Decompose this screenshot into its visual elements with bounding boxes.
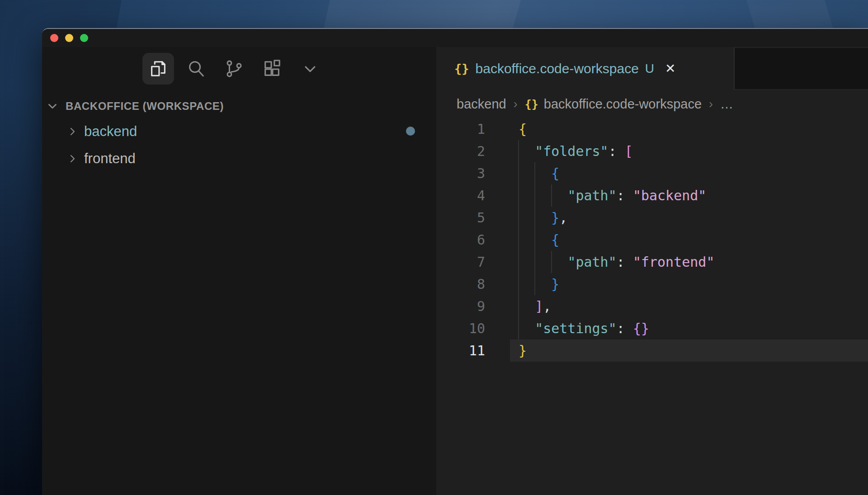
json-file-icon: {} — [525, 98, 538, 111]
sidebar: BACKOFFICE (WORKSPACE) backend — [42, 47, 436, 495]
code-line-7[interactable]: 7 "path": "frontend" — [436, 251, 868, 273]
code-line-text: } — [485, 343, 527, 358]
line-number: 5 — [436, 210, 485, 226]
line-number: 2 — [436, 143, 485, 159]
extensions-icon — [262, 58, 283, 79]
breadcrumb: backend › {} backoffice.code-workspace ›… — [436, 90, 868, 118]
line-number: 1 — [436, 121, 485, 137]
breadcrumb-item-file[interactable]: backoffice.code-workspace — [544, 97, 702, 112]
code-line-text: } — [485, 276, 559, 292]
code-line-text: { — [485, 121, 527, 137]
section-header-label: BACKOFFICE (WORKSPACE) — [66, 100, 224, 113]
code-lines: 1{2 "folders": [3 {4 "path": "backend"5 … — [436, 118, 868, 362]
activity-item-search[interactable] — [180, 53, 212, 85]
chevron-down-icon — [301, 60, 319, 78]
code-line-text: { — [485, 232, 559, 248]
breadcrumb-separator: › — [709, 97, 713, 111]
sidebar-section-header[interactable]: BACKOFFICE (WORKSPACE) — [42, 97, 436, 115]
git-branch-icon — [224, 58, 245, 79]
line-number: 7 — [436, 254, 485, 270]
tree-item-label: frontend — [84, 151, 136, 167]
code-line-8[interactable]: 8 } — [436, 273, 868, 295]
explorer-tree: backend frontend — [42, 118, 436, 172]
code-line-4[interactable]: 4 "path": "backend" — [436, 184, 868, 207]
chevron-right-icon — [67, 126, 78, 137]
chevron-right-icon — [67, 153, 78, 164]
editor-group: {} backoffice.code-workspace U ✕ backend… — [436, 47, 868, 495]
line-number: 11 — [436, 343, 485, 358]
line-number: 9 — [436, 298, 485, 314]
files-icon — [148, 58, 169, 79]
json-file-icon: {} — [454, 61, 469, 75]
line-number: 8 — [436, 276, 485, 292]
code-line-6[interactable]: 6 { — [436, 229, 868, 251]
tab-backoffice-code-workspace[interactable]: {} backoffice.code-workspace U ✕ — [436, 47, 734, 90]
code-line-2[interactable]: 2 "folders": [ — [436, 140, 868, 162]
chevron-down-icon — [47, 100, 58, 112]
breadcrumb-separator: › — [514, 97, 518, 111]
tab-bar: {} backoffice.code-workspace U ✕ — [436, 47, 868, 90]
changes-badge-dot — [406, 127, 415, 136]
close-window-button[interactable] — [50, 34, 58, 42]
tree-item-label: backend — [84, 123, 137, 140]
code-line-5[interactable]: 5 }, — [436, 207, 868, 229]
activity-bar — [42, 47, 436, 90]
code-line-3[interactable]: 3 { — [436, 162, 868, 184]
git-status-badge: U — [645, 61, 654, 76]
tree-item-backend[interactable]: backend — [42, 118, 436, 145]
line-number: 4 — [436, 188, 485, 203]
code-line-text: "settings": {} — [485, 321, 649, 336]
activity-item-source-control[interactable] — [218, 53, 250, 85]
code-line-text: "path": "backend" — [485, 188, 706, 203]
search-icon — [186, 58, 207, 79]
breadcrumb-item-folder[interactable]: backend — [457, 97, 506, 112]
code-line-10[interactable]: 10 "settings": {} — [436, 317, 868, 339]
line-number: 10 — [436, 321, 485, 336]
close-tab-icon[interactable]: ✕ — [665, 62, 675, 75]
code-editor[interactable]: 1{2 "folders": [3 {4 "path": "backend"5 … — [436, 118, 868, 495]
line-number: 3 — [436, 165, 485, 181]
minimize-window-button[interactable] — [65, 34, 73, 42]
breadcrumb-item-symbol[interactable]: … — [720, 97, 733, 112]
tab-label: backoffice.code-workspace — [476, 61, 639, 76]
code-line-9[interactable]: 9 ], — [436, 295, 868, 317]
activity-item-more-views[interactable] — [294, 53, 326, 85]
code-line-text: "folders": [ — [485, 143, 633, 159]
code-line-11[interactable]: 11} — [436, 339, 868, 362]
titlebar[interactable] — [42, 29, 868, 47]
line-number: 6 — [436, 232, 485, 248]
empty-tab-area[interactable] — [734, 47, 868, 90]
activity-item-explorer[interactable] — [142, 53, 174, 85]
code-line-text: { — [485, 165, 559, 181]
code-line-text: "path": "frontend" — [485, 254, 715, 270]
code-line-text: }, — [485, 210, 567, 226]
vscode-window: BACKOFFICE (WORKSPACE) backend — [42, 28, 868, 495]
zoom-window-button[interactable] — [80, 34, 88, 42]
activity-item-extensions[interactable] — [256, 53, 288, 85]
code-line-text: ], — [485, 298, 551, 314]
tree-item-frontend[interactable]: frontend — [42, 145, 436, 172]
code-line-1[interactable]: 1{ — [436, 118, 868, 140]
